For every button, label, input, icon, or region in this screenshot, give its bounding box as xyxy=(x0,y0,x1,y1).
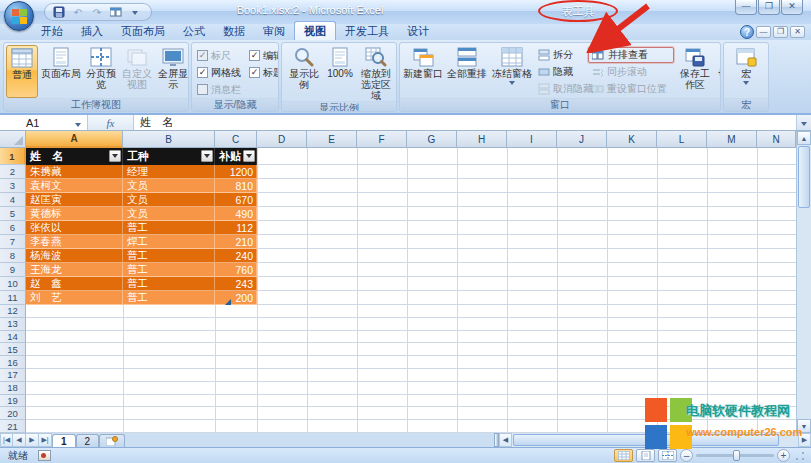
cell-job[interactable]: 普工 xyxy=(123,291,215,305)
table-header-cell[interactable]: 姓 名 xyxy=(26,148,123,165)
page-break-preview-button[interactable]: 分页预览 xyxy=(84,45,118,98)
cell-job[interactable]: 文员 xyxy=(123,193,215,207)
cell-name[interactable]: 朱携藏 xyxy=(26,165,123,179)
custom-views-button[interactable]: 自定义视图 xyxy=(119,45,155,98)
sheet-tab-1[interactable]: 1 xyxy=(52,434,76,447)
column-header-L[interactable]: L xyxy=(657,131,707,148)
column-header-H[interactable]: H xyxy=(457,131,507,148)
tab-开始[interactable]: 开始 xyxy=(32,22,72,40)
row-header-3[interactable]: 3 xyxy=(0,179,26,193)
last-sheet-icon[interactable]: ▶| xyxy=(39,433,52,447)
filter-dropdown-icon[interactable] xyxy=(109,150,121,162)
row-header-20[interactable]: 20 xyxy=(0,407,26,420)
column-header-D[interactable]: D xyxy=(257,131,307,148)
row-header-1[interactable]: 1 xyxy=(0,148,26,165)
checkbox-headings[interactable]: ✓标题 xyxy=(249,66,279,80)
filter-dropdown-icon[interactable] xyxy=(243,150,255,162)
cell-allowance[interactable]: 200 xyxy=(215,291,257,305)
cell-name[interactable]: 刘 艺 xyxy=(26,291,123,305)
sheet-tab-2[interactable]: 2 xyxy=(76,434,100,447)
cell-name[interactable]: 王海龙 xyxy=(26,263,123,277)
workbook-minimize-button[interactable]: — xyxy=(756,26,771,38)
cell-job[interactable]: 普工 xyxy=(123,221,215,235)
formula-input[interactable]: 姓 名 xyxy=(134,115,796,130)
cell-job[interactable]: 文员 xyxy=(123,207,215,221)
row-header-14[interactable]: 14 xyxy=(0,331,26,344)
cell-job[interactable]: 文员 xyxy=(123,179,215,193)
column-header-I[interactable]: I xyxy=(507,131,557,148)
row-header-12[interactable]: 12 xyxy=(0,305,26,318)
column-header-E[interactable]: E xyxy=(307,131,357,148)
cell-job[interactable]: 普工 xyxy=(123,249,215,263)
cell-name[interactable]: 袁柯文 xyxy=(26,179,123,193)
row-header-17[interactable]: 17 xyxy=(0,369,26,382)
select-all-corner[interactable] xyxy=(0,131,26,148)
row-header-4[interactable]: 4 xyxy=(0,193,26,207)
tab-视图[interactable]: 视图 xyxy=(294,21,336,40)
checkbox-ruler[interactable]: ✓标尺 xyxy=(197,49,241,63)
row-header-10[interactable]: 10 xyxy=(0,277,26,291)
cell-allowance[interactable]: 670 xyxy=(215,193,257,207)
cells-area[interactable]: 姓 名工种补贴朱携藏经理1200袁柯文文员810赵匡寅文员670黄德标文员490… xyxy=(26,148,796,433)
checkbox-formula-bar[interactable]: ✓编辑栏 xyxy=(249,49,279,63)
save-icon[interactable] xyxy=(51,5,67,19)
cell-allowance[interactable]: 112 xyxy=(215,221,257,235)
row-header-8[interactable]: 8 xyxy=(0,249,26,263)
page-layout-view-button[interactable]: 页面布局 xyxy=(39,45,83,98)
cell-name[interactable]: 赵 鑫 xyxy=(26,277,123,291)
cell-name[interactable]: 黄德标 xyxy=(26,207,123,221)
row-header-6[interactable]: 6 xyxy=(0,221,26,235)
first-sheet-icon[interactable]: |◀ xyxy=(0,433,13,447)
column-header-F[interactable]: F xyxy=(357,131,407,148)
tab-插入[interactable]: 插入 xyxy=(72,22,112,40)
table-resize-handle[interactable] xyxy=(225,299,231,305)
filter-dropdown-icon[interactable] xyxy=(201,150,213,162)
tab-审阅[interactable]: 审阅 xyxy=(254,22,294,40)
workbook-close-button[interactable]: ✕ xyxy=(790,26,805,38)
normal-view-button[interactable]: 普通 xyxy=(6,45,38,98)
row-header-15[interactable]: 15 xyxy=(0,343,26,356)
macros-button[interactable]: 宏 xyxy=(729,45,763,98)
zoom-button[interactable]: 显示比例 xyxy=(284,45,324,101)
table-header-cell[interactable]: 补贴 xyxy=(215,148,257,165)
row-header-5[interactable]: 5 xyxy=(0,207,26,221)
row-header-7[interactable]: 7 xyxy=(0,235,26,249)
name-box[interactable]: A1 xyxy=(0,115,88,130)
maximize-button[interactable]: ❐ xyxy=(758,0,780,15)
cell-name[interactable]: 赵匡寅 xyxy=(26,193,123,207)
view-side-by-side-button[interactable]: 并排查看 xyxy=(588,47,674,63)
cell-allowance[interactable]: 243 xyxy=(215,277,257,291)
workbook-restore-button[interactable]: ❐ xyxy=(773,26,788,38)
undo-icon[interactable]: ↶ xyxy=(70,5,86,19)
split-button[interactable]: 拆分 xyxy=(535,47,587,63)
reset-window-position-button[interactable]: 重设窗口位置 xyxy=(588,81,674,97)
cell-allowance[interactable]: 490 xyxy=(215,207,257,221)
row-header-18[interactable]: 18 xyxy=(0,382,26,395)
vertical-scrollbar[interactable]: ▲ ▼ xyxy=(796,131,811,433)
save-workspace-button[interactable]: 保存工作区 xyxy=(675,45,715,98)
previous-sheet-icon[interactable]: ◀ xyxy=(13,433,26,447)
customize-quick-access-icon[interactable] xyxy=(127,5,143,19)
vertical-scroll-thumb[interactable] xyxy=(798,146,810,208)
record-macro-icon[interactable] xyxy=(38,450,51,461)
normal-view-icon[interactable] xyxy=(614,449,633,462)
switch-windows-icon[interactable] xyxy=(108,5,124,19)
arrange-all-button[interactable]: 全部重排 xyxy=(445,45,489,98)
column-header-B[interactable]: B xyxy=(123,131,215,148)
cell-job[interactable]: 焊工 xyxy=(123,235,215,249)
tab-页面布局[interactable]: 页面布局 xyxy=(112,22,174,40)
insert-worksheet-tab[interactable] xyxy=(99,434,125,447)
cell-allowance[interactable]: 760 xyxy=(215,263,257,277)
office-button[interactable] xyxy=(4,1,34,31)
row-header-2[interactable]: 2 xyxy=(0,165,26,179)
tab-设计[interactable]: 设计 xyxy=(398,22,438,40)
new-window-button[interactable]: 新建窗口 xyxy=(402,45,444,98)
table-header-cell[interactable]: 工种 xyxy=(123,148,215,165)
column-header-G[interactable]: G xyxy=(407,131,457,148)
cell-name[interactable]: 杨海波 xyxy=(26,249,123,263)
minimize-button[interactable]: — xyxy=(735,0,757,15)
cell-allowance[interactable]: 210 xyxy=(215,235,257,249)
scroll-left-icon[interactable]: ◀ xyxy=(499,433,512,447)
formula-bar-expand-button[interactable] xyxy=(796,115,811,130)
freeze-panes-button[interactable]: 冻结窗格 xyxy=(490,45,534,98)
